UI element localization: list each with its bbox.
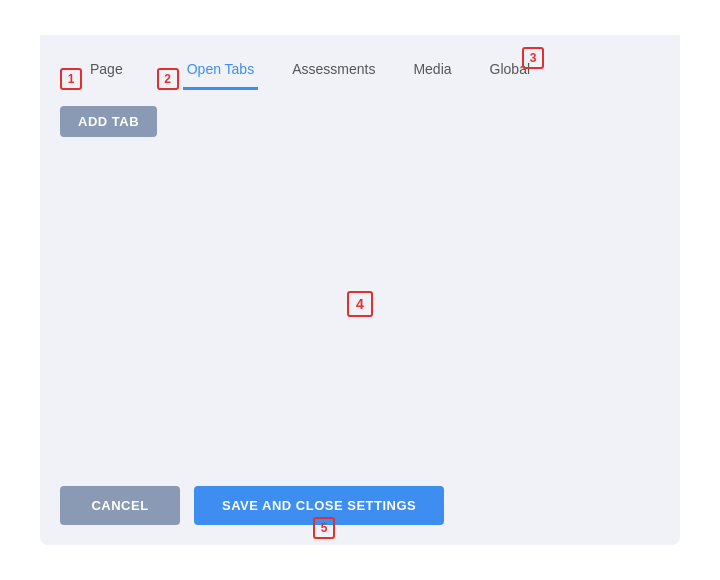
badge-3: 3	[522, 47, 544, 69]
badge-5: 5	[313, 517, 335, 539]
badge-2: 2	[157, 68, 179, 90]
main-area: 4	[60, 149, 660, 458]
modal-container: 1 Page 2 Open Tabs Assessments Media Glo…	[40, 35, 680, 545]
tab-media-wrapper: Media	[409, 53, 455, 90]
footer: CANCEL SAVE AND CLOSE SETTINGS 5	[40, 474, 680, 545]
tab-global-wrapper: Global 3	[486, 53, 534, 90]
tab-assessments[interactable]: Assessments	[288, 53, 379, 90]
tab-page-wrapper: 1 Page	[60, 53, 127, 90]
tab-page[interactable]: Page	[86, 53, 127, 90]
badge-1: 1	[60, 68, 82, 90]
cancel-button[interactable]: CANCEL	[60, 486, 180, 525]
tab-media[interactable]: Media	[409, 53, 455, 90]
save-wrapper: SAVE AND CLOSE SETTINGS 5	[194, 486, 454, 525]
add-tab-button[interactable]: ADD TAB	[60, 106, 157, 137]
badge-4: 4	[347, 291, 373, 317]
footer-wrapper: CANCEL SAVE AND CLOSE SETTINGS 5	[60, 486, 660, 525]
content-area: ADD TAB 4	[40, 90, 680, 474]
tab-open-tabs[interactable]: Open Tabs	[183, 53, 258, 90]
tabs-nav: 1 Page 2 Open Tabs Assessments Media Glo…	[40, 35, 680, 90]
tab-assessments-wrapper: Assessments	[288, 53, 379, 90]
tab-open-tabs-wrapper: 2 Open Tabs	[157, 53, 258, 90]
